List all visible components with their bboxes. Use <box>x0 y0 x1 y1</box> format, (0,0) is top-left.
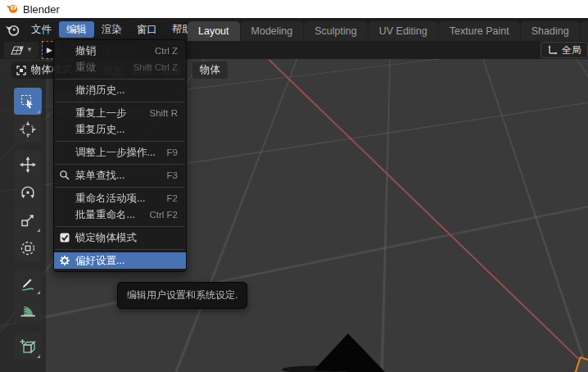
tool-measure[interactable] <box>14 297 42 324</box>
tool-transform[interactable] <box>14 234 42 261</box>
menu-item-redo[interactable]: 重做 Shift Ctrl Z <box>54 59 186 75</box>
measure-icon <box>19 302 37 320</box>
select-box-icon <box>19 93 37 111</box>
menu-item-repeat-history[interactable]: 重复历史... <box>54 121 186 138</box>
cursor-icon <box>19 120 37 138</box>
window-title: Blender <box>23 3 60 16</box>
menu-file[interactable]: 文件 <box>24 21 59 38</box>
menu-item-menu-search[interactable]: 菜单查找... F3 <box>54 167 186 184</box>
tab-sculpting[interactable]: Sculpting <box>304 21 367 41</box>
edit-menu-dropdown: 撤销 Ctrl Z 重做 Shift Ctrl Z 撤消历史... 重复上一步 … <box>53 39 187 272</box>
tab-uv-editing[interactable]: UV Editing <box>369 21 438 41</box>
tab-animation[interactable]: Animation <box>581 21 588 41</box>
annotate-pen-icon <box>19 274 37 292</box>
menu-separator <box>54 184 186 190</box>
subtool-indicator <box>37 229 40 232</box>
transform-orientation-dropdown[interactable]: 全局 <box>541 42 588 58</box>
tool-scale[interactable] <box>14 206 42 234</box>
editor-3d-viewport-icon <box>10 44 25 56</box>
tab-layout[interactable]: Layout <box>188 21 240 41</box>
menu-separator <box>54 98 186 105</box>
menu-item-repeat-last[interactable]: 重复上一步 Shift R <box>54 105 186 121</box>
menu-render[interactable]: 渲染 <box>94 21 129 38</box>
menu-separator <box>54 223 186 229</box>
subtool-indicator <box>37 110 40 113</box>
menu-separator <box>54 161 186 167</box>
tool-select-box[interactable] <box>14 88 42 115</box>
workspace-tabs: Layout Modeling Sculpting UV Editing Tex… <box>188 21 588 41</box>
topbar: 文件 编辑 渲染 窗口 帮助 Layout Modeling Sculpting… <box>0 18 588 41</box>
add-cube-icon <box>19 338 37 356</box>
editor-type-dropdown[interactable]: ▼ <box>4 42 38 58</box>
tool-annotate[interactable] <box>14 269 42 296</box>
menu-item-lock-object-modes[interactable]: 锁定物体模式 <box>54 229 186 246</box>
tool-cursor[interactable] <box>14 116 42 143</box>
menu-edit[interactable]: 编辑 <box>59 21 94 38</box>
subtool-indicator <box>37 355 40 358</box>
tool-add-cube[interactable] <box>14 333 42 360</box>
blender-menu-logo-icon <box>5 22 20 38</box>
menu-separator <box>54 246 186 252</box>
tab-modeling[interactable]: Modeling <box>241 21 304 41</box>
subtool-indicator <box>37 291 40 294</box>
tab-texture-paint[interactable]: Texture Paint <box>439 21 520 41</box>
object-mode-icon <box>16 65 27 76</box>
menu-item-adjust-last-operation[interactable]: 调整上一步操作... F9 <box>54 144 186 161</box>
search-icon <box>59 170 70 181</box>
menu-item-rename-active[interactable]: 重命名活动项... F2 <box>54 190 186 206</box>
blender-logo-icon <box>6 2 19 16</box>
menu-separator <box>54 138 186 144</box>
chevron-down-icon: ▼ <box>26 47 33 53</box>
titlebar: Blender <box>0 0 588 18</box>
menu-item-undo-history[interactable]: 撤消历史... <box>54 82 186 98</box>
menu-item-preferences[interactable]: 偏好设置... <box>54 252 186 269</box>
tool-rotate[interactable] <box>14 179 42 206</box>
menu-window[interactable]: 窗口 <box>129 21 165 38</box>
gear-icon <box>59 255 70 266</box>
transform-icon <box>19 239 37 257</box>
move-icon <box>19 156 37 174</box>
orientation-label: 全局 <box>562 43 581 57</box>
tab-shading[interactable]: Shading <box>521 21 580 41</box>
menu-separator <box>54 75 186 82</box>
checkbox-checked-icon <box>60 233 70 243</box>
scale-icon <box>19 211 37 229</box>
cone-object[interactable] <box>278 329 401 372</box>
blender-window: 用户透视 (1) Collection | Cube <box>0 0 588 372</box>
menubar: 文件 编辑 渲染 窗口 帮助 <box>24 21 200 38</box>
tool-move[interactable] <box>14 151 42 178</box>
menu-item-undo[interactable]: 撤销 Ctrl Z <box>54 43 186 59</box>
viewport-menu-object[interactable]: 物体 <box>192 61 228 79</box>
global-orientation-icon <box>547 44 559 56</box>
menu-item-batch-rename[interactable]: 批量重命名... Ctrl F2 <box>54 206 186 223</box>
preferences-tooltip: 编辑用户设置和系统设定. <box>117 282 247 309</box>
rotate-icon <box>19 184 37 202</box>
